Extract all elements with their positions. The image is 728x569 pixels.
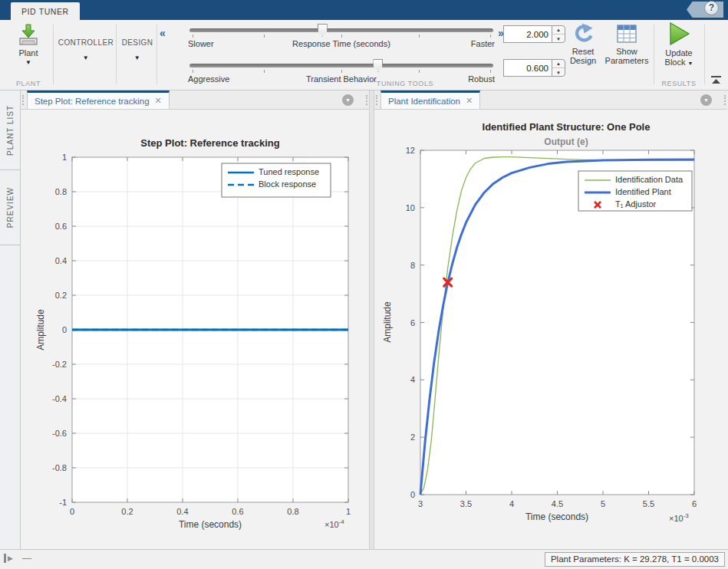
svg-text:4: 4 xyxy=(509,499,514,508)
plant-dropdown-caret: ▼ xyxy=(25,59,31,66)
svg-text:5: 5 xyxy=(601,499,605,508)
reset-design-button[interactable]: Reset Design xyxy=(565,23,601,65)
svg-text:Time (seconds): Time (seconds) xyxy=(179,519,242,530)
tab-step-plot[interactable]: Step Plot: Reference tracking ✕ xyxy=(27,90,170,109)
side-tab-strip: PLANT LIST PREVIEW xyxy=(0,90,21,549)
svg-text:4: 4 xyxy=(410,375,415,384)
response-time-spin-up[interactable]: ▲ xyxy=(552,26,565,35)
design-dropdown-label: DESIGN xyxy=(122,38,153,47)
minimize-panel-icon[interactable]: — xyxy=(22,554,31,562)
show-parameters-label-1: Show xyxy=(616,47,637,56)
step-plot-tabbar: Step Plot: Reference tracking ✕ ▼ xyxy=(21,90,369,110)
svg-text:-0.4: -0.4 xyxy=(52,394,67,403)
svg-text:-0.6: -0.6 xyxy=(52,429,67,438)
toolstrip-divider xyxy=(654,25,654,84)
svg-text:Output (e): Output (e) xyxy=(544,136,588,147)
response-time-slider[interactable]: Slower Response Time (seconds) Faster xyxy=(186,21,496,55)
plant-identification-canvas: 33.544.555.56024681012Identification Dat… xyxy=(374,110,727,549)
toolstrip-header: PID TUNER ? xyxy=(0,0,728,20)
tabbar-grip[interactable] xyxy=(724,95,726,105)
response-time-slider-track[interactable] xyxy=(189,28,493,32)
tab-plant-identification[interactable]: Plant Identification ✕ xyxy=(380,90,480,109)
tab-pid-tuner[interactable]: PID TUNER xyxy=(11,2,80,20)
step-plot-canvas: 00.20.40.60.81-1-0.8-0.6-0.4-0.200.20.40… xyxy=(21,110,369,549)
svg-text:0: 0 xyxy=(62,325,67,334)
transient-behavior-spinner: ▲ ▼ xyxy=(503,59,566,77)
svg-text:0: 0 xyxy=(410,490,415,499)
update-block-button[interactable]: Update Block ▼ xyxy=(657,21,701,67)
svg-text:Identification Data: Identification Data xyxy=(615,175,684,184)
slider-label-robust: Robust xyxy=(468,74,495,84)
svg-text:Time (seconds): Time (seconds) xyxy=(525,511,588,522)
transient-behavior-spin-up[interactable]: ▲ xyxy=(552,60,565,68)
svg-text:0.2: 0.2 xyxy=(55,291,67,300)
plant-parameters-status: Plant Parameters: K = 29.278, T1 = 0.000… xyxy=(545,552,725,567)
show-parameters-label-2: Parameters xyxy=(605,56,649,65)
panel-splitter[interactable] xyxy=(369,90,374,549)
plant-button[interactable]: Plant ▼ xyxy=(8,23,49,66)
svg-text:Amplitude: Amplitude xyxy=(382,301,393,343)
svg-text:1: 1 xyxy=(62,153,67,162)
svg-text:0: 0 xyxy=(70,507,74,516)
update-block-label-2: Block ▼ xyxy=(665,58,693,67)
svg-text:×10-4: ×10-4 xyxy=(324,518,344,529)
tabbar-grip[interactable] xyxy=(376,95,378,105)
svg-text:3.5: 3.5 xyxy=(460,499,472,508)
svg-text:Amplitude: Amplitude xyxy=(35,309,46,350)
expand-panel-icon[interactable]: ▶ xyxy=(4,554,13,563)
plant-identification-panel: Plant Identification ✕ ▼ 33.544.555.5602… xyxy=(374,90,727,549)
svg-text:0.8: 0.8 xyxy=(55,187,67,196)
svg-text:0.6: 0.6 xyxy=(232,507,243,516)
sidebar-item-plant-list[interactable]: PLANT LIST xyxy=(0,90,20,170)
tab-actions-icon[interactable]: ▼ xyxy=(700,94,712,106)
help-button[interactable]: ? xyxy=(704,1,719,15)
toolstrip-divider xyxy=(704,25,705,84)
svg-text:6: 6 xyxy=(410,318,415,327)
response-time-spinner: ▲ ▼ xyxy=(503,25,566,43)
close-icon[interactable]: ✕ xyxy=(466,96,473,106)
tab-actions-icon[interactable]: ▼ xyxy=(342,94,354,106)
svg-text:5.5: 5.5 xyxy=(643,499,654,508)
svg-text:0.8: 0.8 xyxy=(287,507,298,516)
tabbar-grip[interactable] xyxy=(366,95,368,105)
collapse-toolstrip-icon[interactable] xyxy=(710,75,722,84)
svg-text:0.6: 0.6 xyxy=(55,222,67,231)
svg-text:1: 1 xyxy=(346,507,351,516)
sidebar-item-preview[interactable]: PREVIEW xyxy=(0,170,20,245)
response-time-spin-down[interactable]: ▼ xyxy=(552,35,565,43)
plant-identification-tabbar: Plant Identification ✕ ▼ xyxy=(374,90,727,110)
transient-behavior-spin-down[interactable]: ▼ xyxy=(552,69,565,77)
controller-dropdown[interactable]: CONTROLLER ▼ xyxy=(57,23,115,77)
status-bar: ▶ — Plant Parameters: K = 29.278, T1 = 0… xyxy=(0,549,728,569)
svg-text:3: 3 xyxy=(418,499,423,508)
toolstrip-divider xyxy=(156,25,157,84)
response-time-input[interactable] xyxy=(503,25,552,43)
svg-text:4.5: 4.5 xyxy=(552,499,563,508)
svg-text:2: 2 xyxy=(410,433,415,442)
svg-text:T₁ Adjustor: T₁ Adjustor xyxy=(615,199,657,209)
reset-design-label-1: Reset xyxy=(572,47,595,56)
design-dropdown-caret: ▼ xyxy=(134,54,140,61)
tuning-tools-section-label: TUNING TOOLS xyxy=(359,80,451,87)
transient-behavior-slider-track[interactable] xyxy=(189,64,493,67)
reset-design-label-2: Design xyxy=(570,56,596,65)
transient-behavior-slider-handle[interactable] xyxy=(373,59,383,72)
svg-text:×10-3: ×10-3 xyxy=(669,512,689,523)
svg-text:6: 6 xyxy=(692,499,697,508)
transient-behavior-input[interactable] xyxy=(503,59,552,77)
design-dropdown[interactable]: DESIGN ▼ xyxy=(118,23,156,77)
response-time-slider-handle[interactable] xyxy=(318,24,328,37)
collapse-sliders-icon[interactable]: « xyxy=(160,28,166,38)
close-icon[interactable]: ✕ xyxy=(155,96,162,106)
svg-text:Block response: Block response xyxy=(259,179,316,189)
slider-label-response-time: Response Time (seconds) xyxy=(188,39,495,48)
parameters-table-icon xyxy=(616,23,637,44)
controller-dropdown-caret: ▼ xyxy=(83,54,89,61)
tuning-sliders: Slower Response Time (seconds) Faster Ag… xyxy=(186,21,496,89)
show-parameters-button[interactable]: Show Parameters xyxy=(602,23,651,65)
tabbar-grip[interactable] xyxy=(22,95,25,105)
import-plant-icon xyxy=(18,23,39,46)
svg-text:10: 10 xyxy=(406,203,415,212)
svg-text:Step Plot: Reference tracking: Step Plot: Reference tracking xyxy=(140,137,279,149)
pid-tuner-window: PID TUNER ? Plant ▼ PLANT CONTROLLER ▼ D… xyxy=(0,0,728,569)
